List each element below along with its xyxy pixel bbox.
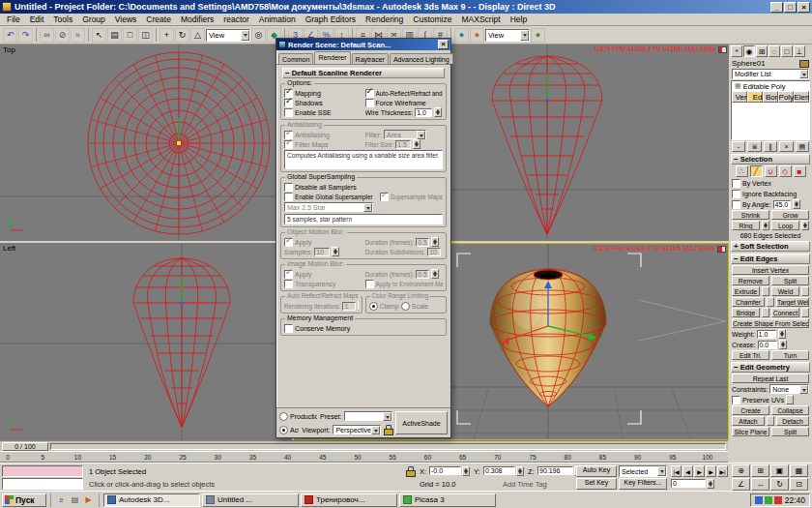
viewport-status-icon[interactable] [717, 246, 726, 253]
transparency-checkbox[interactable]: Transparency [284, 279, 362, 288]
menu-modifiers[interactable]: Modifiers [176, 15, 218, 24]
target-weld-button[interactable]: Target Weld [776, 297, 809, 307]
make-unique-icon[interactable]: ∥ [764, 141, 777, 152]
window-titlebar[interactable]: Untitled - Project Folder: C:\Documents … [0, 0, 812, 14]
stack-item-border[interactable]: Border [763, 91, 778, 103]
current-frame-spinner[interactable] [707, 479, 714, 489]
by-angle-spinner[interactable] [793, 199, 800, 209]
bridge-settings-button[interactable] [762, 308, 769, 317]
rollout-selection[interactable]: Selection [731, 154, 810, 164]
filter-combo[interactable]: Area [384, 130, 426, 139]
z-field[interactable]: 90.196 [537, 466, 573, 475]
unlink-icon[interactable]: ⊘ [55, 28, 70, 43]
add-time-tag[interactable]: Add Time Tag [503, 480, 547, 489]
conserve-memory-checkbox[interactable]: Conserve Memory [284, 323, 443, 333]
dropdown-arrow-icon[interactable] [371, 426, 380, 434]
arc-rotate-icon[interactable]: ↻ [770, 478, 789, 491]
render-button[interactable]: ActiveShade [395, 411, 448, 434]
menu-group[interactable]: Group [77, 15, 110, 24]
border-mode-icon[interactable]: ∪ [765, 165, 777, 177]
menu-rendering[interactable]: Rendering [361, 15, 408, 24]
tray-icon-a[interactable] [755, 496, 763, 504]
enable-sse-checkbox[interactable]: Enable SSE [284, 107, 362, 117]
rectangular-region-icon[interactable]: □ [123, 28, 137, 43]
utilities-tab-icon[interactable]: ⊥ [794, 45, 805, 57]
filter-size-spinner[interactable] [413, 139, 420, 149]
shadows-checkbox[interactable]: Shadows [284, 98, 362, 107]
field-of-view-icon[interactable]: ∠ [732, 478, 750, 491]
maximize-button[interactable]: □ [784, 2, 797, 13]
start-button[interactable]: Пуск [2, 493, 46, 507]
chamfer-button[interactable]: Chamfer [732, 297, 765, 307]
menu-create[interactable]: Create [141, 15, 176, 24]
select-link-icon[interactable]: ∞ [40, 28, 54, 43]
loop-button[interactable]: Loop [771, 221, 799, 230]
create-button[interactable]: Create [732, 405, 769, 415]
object-color-swatch[interactable] [799, 60, 809, 68]
attach-settings-button[interactable] [767, 416, 774, 426]
edge-mode-icon[interactable]: ╱ [750, 165, 763, 177]
shrink-button[interactable]: Shrink [732, 210, 769, 220]
object-duration-field[interactable]: 0.5 [416, 238, 429, 247]
x-field[interactable]: -0.0 [429, 466, 461, 475]
wire-thickness-spinner[interactable] [434, 107, 442, 117]
default-scanline-rollout[interactable]: Default Scanline Renderer [282, 68, 445, 78]
disable-samplers-checkbox[interactable]: Disable all Samplers [284, 182, 443, 192]
tab-raytracer[interactable]: Raytracer [352, 53, 389, 64]
clamp-radio[interactable]: Clamp [369, 301, 399, 311]
quick-launch-desktop-icon[interactable]: ▤ [69, 493, 81, 506]
object-blur-apply-checkbox[interactable]: Apply [284, 237, 362, 247]
scale-radio[interactable]: Scale [401, 301, 429, 311]
track-bar[interactable]: 0510152025303540455055606570758085909510… [0, 451, 728, 463]
current-frame-field[interactable]: 0 [671, 479, 706, 488]
bridge-button[interactable]: Bridge [732, 308, 760, 317]
tray-icon-b[interactable] [765, 496, 772, 504]
select-object-icon[interactable]: ↖ [92, 28, 106, 43]
viewport-label-top[interactable]: Top [3, 45, 15, 54]
split-button[interactable]: Split [771, 276, 809, 285]
hierarchy-tab-icon[interactable]: ⊞ [756, 45, 768, 57]
auto-key-button[interactable]: Auto Key [576, 465, 617, 477]
edit-tri-button[interactable]: Edit Tri. [732, 350, 769, 360]
dropdown-arrow-icon[interactable] [657, 466, 666, 476]
select-move-icon[interactable]: + [160, 28, 174, 43]
activeshade-radio[interactable]: ActiveShade [279, 425, 299, 434]
slice-plane-button[interactable]: Slice Plane [732, 427, 769, 436]
connect-button[interactable]: Connect [771, 308, 799, 317]
polygon-mode-icon[interactable]: ◇ [779, 165, 792, 177]
ignore-backfacing-checkbox[interactable]: Ignore Backfacing [732, 189, 809, 198]
play-animation-icon[interactable]: ▶ [694, 465, 705, 477]
redo-icon[interactable]: ↷ [18, 28, 33, 43]
viewport-status-icon[interactable] [718, 46, 727, 53]
rollout-edit-edges[interactable]: Edit Edges [731, 254, 810, 264]
weld-button[interactable]: Weld [771, 286, 799, 296]
go-to-start-icon[interactable]: |◀ [671, 465, 682, 477]
close-button[interactable]: × [798, 2, 810, 13]
chamfer-settings-button[interactable] [767, 297, 774, 307]
weld-settings-button[interactable] [801, 286, 809, 296]
viewport-top[interactable]: Top [0, 45, 292, 241]
element-mode-icon[interactable]: ■ [794, 165, 806, 177]
duration-subdivisions-field[interactable]: 10 [427, 248, 441, 256]
set-key-button[interactable]: Set Key [576, 478, 617, 490]
by-vertex-checkbox[interactable]: By Vertex [732, 178, 809, 188]
material-editor-icon[interactable]: ● [454, 28, 469, 43]
menu-tools[interactable]: Tools [48, 15, 77, 24]
zoom-extents-all-icon[interactable]: ▦ [790, 464, 808, 477]
enable-global-supersampler-checkbox[interactable]: Enable Global Supersampler [284, 192, 377, 201]
stack-item-vertex[interactable]: Vertex [732, 91, 747, 103]
production-radio[interactable]: Production [279, 411, 317, 421]
vertex-mode-icon[interactable]: ∴ [736, 165, 748, 177]
insert-vertex-button[interactable]: Insert Vertex [732, 265, 809, 275]
maximize-viewport-icon[interactable]: ⊡ [790, 478, 808, 491]
taskbar-task[interactable]: Untitled ... [202, 493, 299, 507]
menu-customize[interactable]: Customize [408, 15, 456, 24]
configure-modifier-sets-icon[interactable]: ▤ [796, 141, 809, 152]
key-mode-combo[interactable]: Selected [619, 465, 667, 477]
minimize-button[interactable]: _ [770, 2, 783, 13]
selection-lock-toggle[interactable] [406, 466, 415, 476]
bind-spacewarp-icon[interactable]: ≈ [71, 28, 85, 43]
image-duration-field[interactable]: 0.5 [416, 270, 429, 279]
create-shape-button[interactable]: Create Shape From Selection [732, 318, 809, 328]
dropdown-arrow-icon[interactable] [799, 385, 808, 394]
